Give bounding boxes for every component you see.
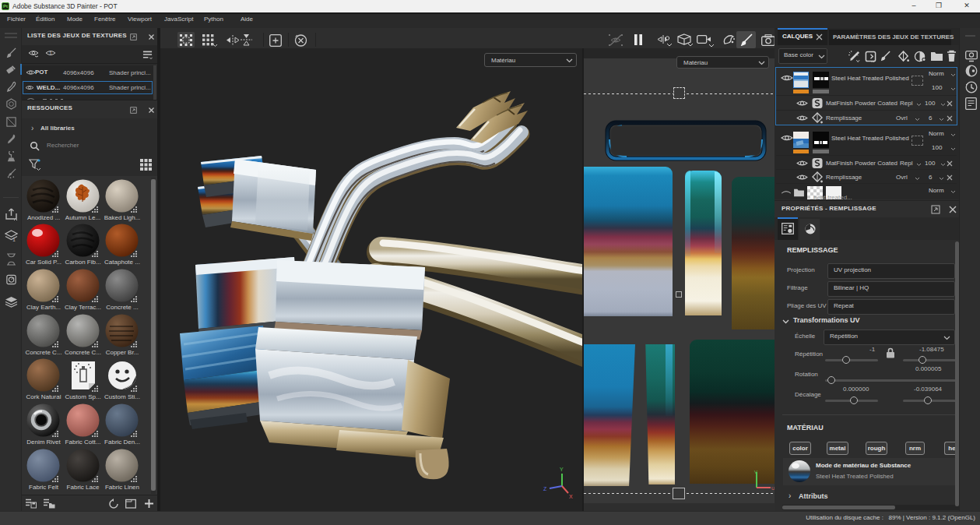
svg-text:Z: Z [543,486,547,492]
svg-text:Y: Y [560,467,564,472]
svg-text:1: 1 [49,51,52,56]
svg-text:V: V [754,470,757,474]
svg-text:X: X [569,494,573,499]
svg-text:1: 1 [12,237,16,242]
